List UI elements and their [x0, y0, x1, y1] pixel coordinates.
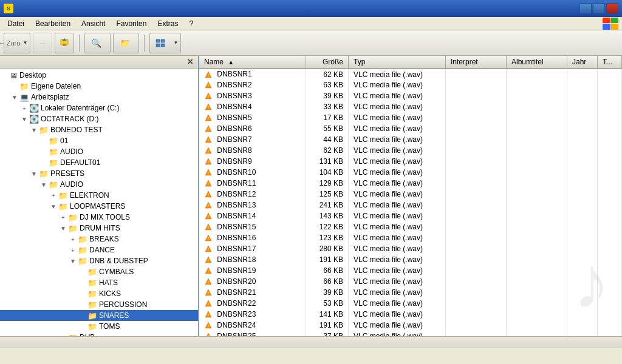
file-t-cell [598, 145, 622, 156]
menu-bearbeiten[interactable]: Bearbeiten [30, 18, 75, 29]
table-row[interactable]: ! DNBSNR7 44 KB VLC media file (.wav) [199, 134, 622, 145]
up-button[interactable] [55, 33, 74, 53]
tree-item-default01[interactable]: 📁DEFAULT01 [0, 157, 198, 168]
tree-item-arbeitsplatz[interactable]: ▼💻Arbeitsplatz [0, 92, 198, 103]
tree-item-desktop[interactable]: 🖥Desktop [0, 70, 198, 81]
expander-icon[interactable]: + [19, 105, 29, 112]
table-row[interactable]: ! DNBSNR4 33 KB VLC media file (.wav) [199, 101, 622, 112]
tree-item-snares[interactable]: 📁SNARES [0, 310, 198, 321]
col-name[interactable]: Name ▲ [199, 56, 306, 69]
menu-help[interactable]: ? [184, 18, 198, 29]
expander-icon[interactable]: + [58, 214, 68, 221]
view-dropdown[interactable]: ▼ [171, 33, 181, 53]
table-row[interactable]: ! DNBSNR23 141 KB VLC media file (.wav) [199, 309, 622, 320]
menu-extras[interactable]: Extras [152, 18, 183, 29]
tree-item-loopmasters[interactable]: ▼📁LOOPMASTERS [0, 201, 198, 212]
tree-item-01[interactable]: 📁01 [0, 135, 198, 146]
folder-button[interactable]: 📁 [113, 33, 139, 53]
file-t-cell [598, 178, 622, 189]
table-row[interactable]: ! DNBSNR25 37 KB VLC media file (.wav) [199, 331, 622, 336]
tree-item-bonedo[interactable]: ▼📁BONEDO TEST [0, 124, 198, 135]
table-row[interactable]: ! DNBSNR13 241 KB VLC media file (.wav) [199, 200, 622, 211]
file-name: DNBSNR7 [217, 135, 251, 144]
tree-item-percussion[interactable]: 📁PERCUSSION [0, 299, 198, 310]
forward-button[interactable]: → [33, 33, 52, 53]
expander-icon[interactable]: ▼ [49, 203, 58, 210]
tree-item-presets[interactable]: ▼📁PRESETS [0, 168, 198, 179]
col-interpret[interactable]: Interpret [446, 56, 507, 69]
expander-icon[interactable]: + [68, 236, 78, 243]
restore-button[interactable] [593, 3, 605, 14]
expander-icon[interactable]: ▼ [29, 127, 39, 133]
table-row[interactable]: ! DNBSNR10 104 KB VLC media file (.wav) [199, 167, 622, 178]
table-row[interactable]: ! DNBSNR11 129 KB VLC media file (.wav) [199, 178, 622, 189]
back-button[interactable]: ← Zurück [4, 33, 21, 53]
tree-item-hats[interactable]: 📁HATS [0, 277, 198, 288]
tree-item-elektron[interactable]: +📁ELEKTRON [0, 190, 198, 201]
tree-item-breaks[interactable]: +📁BREAKS [0, 234, 198, 244]
menu-datei[interactable]: Datei [2, 18, 29, 29]
table-row[interactable]: ! DNBSNR14 143 KB VLC media file (.wav) [199, 211, 622, 221]
table-row[interactable]: ! DNBSNR12 125 KB VLC media file (.wav) [199, 189, 622, 200]
tree-item-kicks[interactable]: 📁KICKS [0, 288, 198, 299]
expander-icon[interactable]: ▼ [68, 258, 78, 265]
close-button[interactable] [606, 3, 618, 14]
table-row[interactable]: ! DNBSNR9 131 KB VLC media file (.wav) [199, 156, 622, 167]
table-row[interactable]: ! DNBSNR6 55 KB VLC media file (.wav) [199, 123, 622, 134]
table-row[interactable]: ! DNBSNR19 66 KB VLC media file (.wav) [199, 265, 622, 276]
col-album[interactable]: Albumtitel [507, 56, 567, 69]
back-dropdown[interactable]: ▼ [21, 33, 30, 53]
menu-ansicht[interactable]: Ansicht [77, 18, 110, 29]
expander-icon[interactable]: + [68, 247, 78, 254]
menu-favoriten[interactable]: Favoriten [111, 18, 151, 29]
tree-item-drumhits[interactable]: ▼📁DRUM HITS [0, 223, 198, 234]
file-interpret-cell [446, 90, 507, 101]
tree-item-audio2[interactable]: ▼📁AUDIO [0, 179, 198, 190]
col-size[interactable]: Größe [306, 56, 349, 69]
table-row[interactable]: ! DNBSNR17 280 KB VLC media file (.wav) [199, 243, 622, 254]
expander-icon[interactable]: ▼ [19, 116, 29, 123]
col-type[interactable]: Typ [349, 56, 446, 69]
folder-panel-close[interactable]: ✕ [187, 58, 193, 66]
expander-icon[interactable]: ▼ [39, 181, 49, 188]
minimize-button[interactable] [579, 3, 592, 14]
tree-item-lokal-c[interactable]: +💽Lokaler Datenträger (C:) [0, 103, 198, 113]
tree-item-octatrck[interactable]: ▼💽OCTATRACK (D:) [0, 113, 198, 124]
table-row[interactable]: ! DNBSNR2 63 KB VLC media file (.wav) [199, 79, 622, 90]
expander-icon[interactable]: + [49, 192, 58, 199]
table-row[interactable]: ! DNBSNR22 53 KB VLC media file (.wav) [199, 298, 622, 309]
col-year[interactable]: Jahr [567, 56, 598, 69]
folder-icon: 📁 [39, 169, 49, 178]
table-row[interactable]: ! DNBSNR21 39 KB VLC media file (.wav) [199, 287, 622, 298]
file-type: VLC media file (.wav) [354, 201, 423, 209]
expander-icon[interactable]: ▼ [29, 170, 39, 177]
tree-item-eigene[interactable]: 📁Eigene Dateien [0, 81, 198, 92]
table-row[interactable]: ! DNBSNR5 17 KB VLC media file (.wav) [199, 112, 622, 123]
table-row[interactable]: ! DNBSNR3 39 KB VLC media file (.wav) [199, 90, 622, 101]
file-table: Name ▲ Größe Typ Interpret Albumtitel Ja… [199, 56, 622, 336]
tree-item-dance[interactable]: +📁DANCE [0, 244, 198, 255]
table-row[interactable]: ! DNBSNR15 122 KB VLC media file (.wav) [199, 221, 622, 232]
table-row[interactable]: ! DNBSNR16 123 KB VLC media file (.wav) [199, 232, 622, 243]
search-button[interactable]: 🔍 [84, 33, 111, 53]
expander-icon[interactable]: ▼ [58, 225, 68, 232]
expander-icon[interactable]: + [58, 334, 68, 337]
tree-item-dub[interactable]: +📁DUB [0, 332, 198, 336]
tree-item-djmix[interactable]: +📁DJ MIX TOOLS [0, 212, 198, 223]
file-type-cell: VLC media file (.wav) [349, 265, 446, 276]
tree-item-audio[interactable]: 📁AUDIO [0, 146, 198, 157]
table-row[interactable]: ! DNBSNR1 62 KB VLC media file (.wav) [199, 69, 622, 79]
table-row[interactable]: ! DNBSNR20 66 KB VLC media file (.wav) [199, 276, 622, 287]
tree-item-cymbals[interactable]: 📁CYMBALS [0, 266, 198, 277]
tree-item-dnbdubstep[interactable]: ▼📁DNB & DUBSTEP [0, 255, 198, 266]
expander-icon[interactable]: ▼ [10, 94, 19, 101]
view-button[interactable] [149, 33, 171, 53]
svg-rect-6 [161, 39, 165, 42]
table-row[interactable]: ! DNBSNR18 191 KB VLC media file (.wav) [199, 254, 622, 265]
table-row[interactable]: ! DNBSNR24 191 KB VLC media file (.wav) [199, 320, 622, 331]
titlebar: S [0, 0, 622, 17]
file-panel[interactable]: ♪ Name ▲ Größe Typ Interpret Albumtitel … [199, 56, 622, 336]
tree-item-toms[interactable]: 📁TOMS [0, 321, 198, 332]
col-t[interactable]: T... [598, 56, 622, 69]
table-row[interactable]: ! DNBSNR8 62 KB VLC media file (.wav) [199, 145, 622, 156]
